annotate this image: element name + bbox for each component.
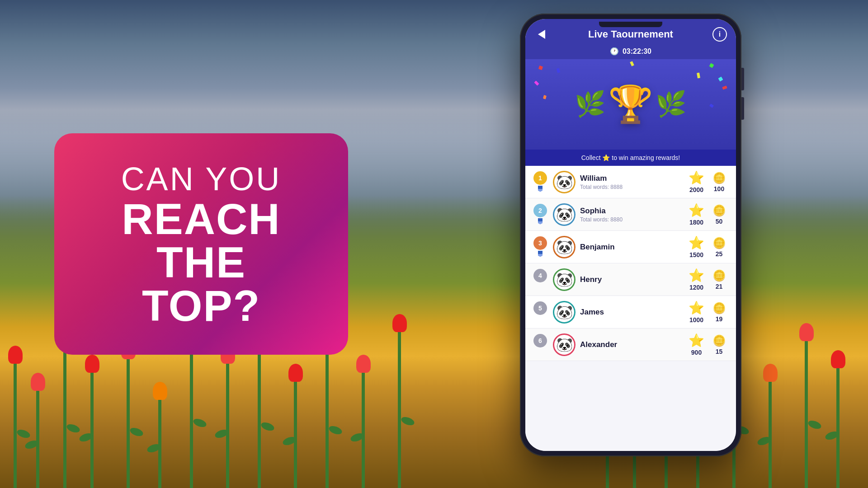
confetti-5 bbox=[534, 80, 539, 85]
clock-icon: 🕐 bbox=[610, 47, 619, 56]
trophy-section: 🌿 🏆 🌿 bbox=[525, 59, 736, 150]
player-name: Benjamin bbox=[580, 243, 684, 252]
coin-count: 25 bbox=[716, 250, 723, 258]
rank-badge: 5 bbox=[532, 301, 548, 323]
phone-notch bbox=[599, 22, 662, 27]
star-count: 1800 bbox=[689, 219, 703, 226]
rank-number: 4 bbox=[533, 269, 547, 282]
medal-ribbon bbox=[538, 218, 542, 225]
coins-section: 🪙 25 bbox=[709, 237, 729, 258]
power-button bbox=[741, 97, 744, 120]
confetti-9 bbox=[709, 103, 714, 108]
leaderboard-row: 6 🐼 Alexander ⭐ 900 🪙 15 bbox=[525, 328, 736, 361]
info-button[interactable]: i bbox=[712, 27, 727, 42]
confetti-3 bbox=[709, 63, 714, 68]
confetti-2 bbox=[557, 68, 560, 73]
coin-icon: 🪙 bbox=[712, 172, 726, 184]
star-icon: ⭐ bbox=[689, 300, 704, 315]
rank-number: 3 bbox=[533, 236, 547, 250]
phone-screen: Live Taournement i 🕐 03:22:30 bbox=[525, 19, 736, 451]
phone-body: Live Taournement i 🕐 03:22:30 bbox=[520, 14, 741, 456]
player-name: Sophia bbox=[580, 206, 684, 216]
confetti-4 bbox=[697, 73, 700, 79]
leaderboard-row: 2 🐼 Sophia Total words: 8880 ⭐ 1800 🪙 50 bbox=[525, 198, 736, 231]
avatar: 🐼 bbox=[553, 236, 576, 258]
confetti-7 bbox=[543, 95, 547, 99]
rank-badge: 1 bbox=[532, 171, 548, 193]
stars-section: ⭐ 900 bbox=[689, 333, 704, 356]
rank-badge: 2 bbox=[532, 204, 548, 225]
star-icon: ⭐ bbox=[689, 170, 704, 185]
player-info: Sophia Total words: 8880 bbox=[580, 206, 684, 223]
confetti-10 bbox=[630, 61, 634, 66]
leaderboard-row: 4 🐼 Henry ⭐ 1200 🪙 21 bbox=[525, 263, 736, 296]
coins-section: 🪙 21 bbox=[709, 269, 729, 290]
coin-icon: 🪙 bbox=[712, 204, 726, 217]
avatar-icon: 🐼 bbox=[553, 268, 576, 291]
volume-button bbox=[741, 68, 744, 90]
rank-badge: 3 bbox=[532, 236, 548, 258]
app-nav: Live Taournement i bbox=[534, 27, 727, 42]
leaderboard-row: 5 🐼 James ⭐ 1000 🪙 19 bbox=[525, 296, 736, 328]
coin-icon: 🪙 bbox=[712, 237, 726, 249]
rank-badge: 4 bbox=[532, 269, 548, 291]
medal-ribbon bbox=[538, 251, 542, 257]
star-icon: ⭐ bbox=[689, 203, 704, 218]
avatar-icon: 🐼 bbox=[553, 301, 576, 324]
coin-count: 50 bbox=[716, 218, 723, 225]
avatar: 🐼 bbox=[553, 203, 576, 226]
app-title: Live Taournement bbox=[588, 28, 673, 40]
player-info: James bbox=[580, 308, 684, 317]
back-arrow-icon bbox=[538, 30, 545, 39]
rank-number: 2 bbox=[533, 204, 547, 217]
coin-icon: 🪙 bbox=[712, 302, 726, 314]
stars-section: ⭐ 2000 bbox=[689, 170, 704, 193]
avatar: 🐼 bbox=[553, 171, 576, 193]
player-name: Henry bbox=[580, 275, 684, 284]
left-laurel: 🌿 bbox=[575, 92, 606, 117]
right-laurel: 🌿 bbox=[656, 92, 687, 117]
confetti-8 bbox=[722, 85, 727, 89]
stars-section: ⭐ 1200 bbox=[689, 268, 704, 291]
stars-section: ⭐ 1000 bbox=[689, 300, 704, 324]
player-info: Alexander bbox=[580, 340, 684, 349]
promo-line1: CAN YOU bbox=[121, 160, 282, 197]
coins-section: 🪙 100 bbox=[709, 172, 729, 192]
rank-number: 5 bbox=[533, 301, 547, 315]
star-count: 2000 bbox=[689, 186, 703, 193]
player-info: Benjamin bbox=[580, 243, 684, 252]
player-info: Henry bbox=[580, 275, 684, 284]
player-words: Total words: 8880 bbox=[580, 216, 684, 223]
player-name: Alexander bbox=[580, 340, 684, 349]
leaderboard-row: 1 🐼 William Total words: 8888 ⭐ 2000 🪙 1… bbox=[525, 166, 736, 198]
rank-number: 6 bbox=[533, 334, 547, 347]
star-count: 1500 bbox=[689, 251, 703, 258]
leaderboard: 1 🐼 William Total words: 8888 ⭐ 2000 🪙 1… bbox=[525, 166, 736, 451]
coins-section: 🪙 15 bbox=[709, 334, 729, 355]
avatar-icon: 🐼 bbox=[553, 171, 576, 193]
coin-count: 21 bbox=[716, 283, 723, 290]
promo-line3: TOP? bbox=[142, 284, 260, 328]
coin-icon: 🪙 bbox=[712, 269, 726, 282]
coin-count: 19 bbox=[716, 315, 723, 323]
coin-count: 15 bbox=[716, 348, 723, 355]
avatar: 🐼 bbox=[553, 268, 576, 291]
timer-value: 03:22:30 bbox=[623, 47, 651, 56]
star-count: 1000 bbox=[689, 316, 703, 324]
collect-text: Collect ⭐ to win amazing rewards! bbox=[581, 154, 680, 161]
trophy-group: 🌿 🏆 🌿 bbox=[575, 83, 687, 126]
player-name: William bbox=[580, 174, 684, 183]
coins-section: 🪙 19 bbox=[709, 302, 729, 323]
promo-line2: REACH THE bbox=[86, 197, 316, 284]
back-button[interactable] bbox=[534, 27, 549, 42]
collect-banner: Collect ⭐ to win amazing rewards! bbox=[525, 150, 736, 166]
medal-ribbon bbox=[538, 186, 542, 192]
player-info: William Total words: 8888 bbox=[580, 174, 684, 190]
coins-section: 🪙 50 bbox=[709, 204, 729, 225]
avatar: 🐼 bbox=[553, 301, 576, 324]
coin-count: 100 bbox=[714, 185, 724, 192]
star-icon: ⭐ bbox=[689, 235, 704, 250]
star-count: 900 bbox=[691, 349, 702, 356]
confetti-6 bbox=[718, 77, 723, 82]
rank-badge: 6 bbox=[532, 334, 548, 356]
